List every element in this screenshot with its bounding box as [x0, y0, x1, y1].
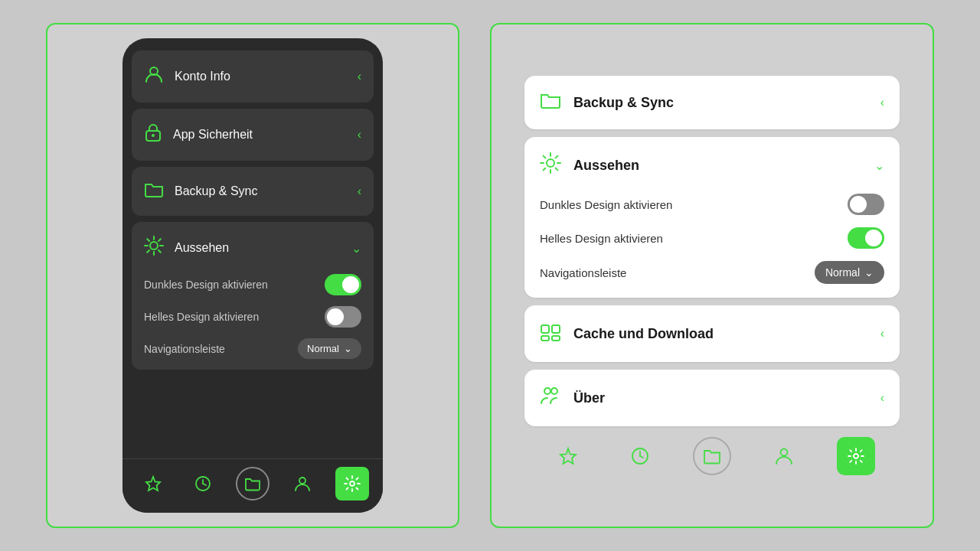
cache-download-left: Cache und Download: [540, 321, 714, 347]
cache-download-chevron: ‹: [880, 327, 884, 341]
bottom-nav-left: [122, 458, 383, 513]
svg-line-23: [544, 156, 546, 158]
phone-content: Konto Info ‹ App Sicherheit ‹: [122, 38, 383, 458]
dark-design-knob-right: [850, 196, 867, 213]
light-design-toggle-right[interactable]: [848, 227, 884, 249]
dark-design-toggle[interactable]: [325, 274, 361, 295]
nav-label-right: Navigationsleiste: [540, 266, 626, 279]
nav-dropdown-chevron-right: ⌄: [864, 266, 874, 279]
backup-sync-chevron-right: ‹: [880, 96, 884, 109]
svg-line-9: [158, 250, 161, 253]
nav-value-right: Normal: [825, 266, 860, 279]
right-panel: Backup & Sync ‹: [490, 23, 934, 528]
svg-line-36: [640, 456, 643, 458]
ueber-left: Über: [540, 385, 605, 411]
right-content: Backup & Sync ‹: [524, 76, 900, 475]
nav-row-right: Navigationsleiste Normal ⌄: [540, 261, 884, 284]
nav-star-right[interactable]: [549, 437, 587, 475]
svg-point-2: [152, 134, 155, 137]
light-design-row-right: Helles Design aktivieren: [540, 227, 884, 249]
svg-line-11: [147, 250, 149, 253]
sun-icon-right: [540, 152, 561, 178]
svg-line-24: [556, 168, 558, 171]
folder-icon-right: [540, 91, 561, 114]
svg-line-8: [147, 239, 149, 241]
backup-sync-left: Backup & Sync: [144, 181, 258, 202]
nav-dropdown-left[interactable]: Normal ⌄: [298, 338, 361, 359]
aussehen-header-right[interactable]: Aussehen ⌄: [524, 137, 900, 194]
backup-sync-label-right: Backup & Sync: [573, 95, 674, 111]
cache-download-label: Cache und Download: [573, 326, 714, 342]
nav-gear-right[interactable]: [837, 437, 875, 475]
aussehen-body-right: Dunkles Design aktivieren Helles Design …: [524, 194, 900, 298]
svg-point-18: [547, 159, 554, 167]
svg-point-31: [544, 388, 550, 394]
aussehen-label-right: Aussehen: [573, 158, 639, 174]
light-menu-list: Backup & Sync ‹: [524, 76, 900, 475]
light-design-knob: [327, 308, 344, 325]
svg-point-3: [150, 242, 158, 249]
nav-clock-right[interactable]: [621, 437, 659, 475]
app-sicherheit-left: App Sicherheit: [144, 122, 253, 147]
backup-sync-item-right[interactable]: Backup & Sync ‹: [524, 76, 900, 129]
konto-info-label: Konto Info: [175, 70, 230, 83]
konto-info-left: Konto Info: [144, 64, 230, 89]
nav-folder-right[interactable]: [693, 437, 731, 475]
ueber-chevron: ‹: [880, 391, 884, 405]
sun-icon-left: [144, 236, 164, 260]
backup-sync-chevron-left: ‹: [358, 184, 361, 198]
phone-frame: Konto Info ‹ App Sicherheit ‹: [122, 38, 383, 513]
cache-icon: [540, 321, 561, 347]
svg-point-17: [350, 481, 354, 486]
nav-row-left: Navigationsleiste Normal ⌄: [144, 338, 361, 359]
svg-point-16: [299, 478, 305, 484]
aussehen-section-right: Aussehen ⌄ Dunkles Design aktivieren Hel…: [524, 137, 900, 298]
backup-sync-label-left: Backup & Sync: [175, 184, 258, 198]
svg-rect-28: [552, 325, 560, 333]
cache-download-item[interactable]: Cache und Download ‹: [524, 305, 900, 362]
nav-dropdown-chevron-left: ⌄: [344, 343, 352, 354]
aussehen-chevron-right: ⌄: [874, 158, 884, 173]
dark-design-knob: [342, 276, 359, 293]
dark-design-label: Dunkles Design aktivieren: [144, 279, 268, 291]
light-design-label: Helles Design aktivieren: [144, 311, 259, 323]
dark-design-toggle-right[interactable]: [848, 194, 884, 215]
svg-rect-30: [552, 336, 560, 341]
nav-gear-left[interactable]: [335, 467, 369, 500]
nav-star-left[interactable]: [136, 467, 170, 500]
light-design-toggle[interactable]: [325, 306, 361, 328]
aussehen-body-left: Dunkles Design aktivieren Helles Design …: [132, 274, 374, 370]
aussehen-chevron-left: ⌄: [351, 241, 361, 256]
aussehen-section-left: Aussehen ⌄ Dunkles Design aktivieren Hel…: [132, 222, 374, 370]
app-sicherheit-label: App Sicherheit: [173, 128, 253, 142]
nav-folder-left[interactable]: [236, 467, 270, 500]
svg-point-32: [551, 388, 557, 394]
dark-design-row: Dunkles Design aktivieren: [144, 274, 361, 295]
backup-sync-item-left[interactable]: Backup & Sync ‹: [132, 167, 374, 216]
nav-person-left[interactable]: [286, 467, 319, 500]
svg-line-10: [158, 239, 161, 241]
light-design-knob-right: [865, 230, 882, 246]
svg-rect-29: [541, 336, 549, 341]
dark-design-row-right: Dunkles Design aktivieren: [540, 194, 884, 215]
konto-info-item[interactable]: Konto Info ‹: [132, 51, 374, 103]
backup-sync-right-left: Backup & Sync: [540, 91, 674, 114]
folder-icon-left: [144, 181, 164, 202]
nav-clock-left[interactable]: [186, 467, 220, 500]
svg-line-26: [544, 168, 546, 171]
svg-rect-27: [541, 325, 549, 333]
app-sicherheit-chevron: ‹: [358, 128, 361, 142]
ueber-item[interactable]: Über ‹: [524, 370, 900, 426]
aussehen-left: Aussehen: [144, 236, 229, 260]
lock-icon: [144, 122, 162, 147]
nav-person-right[interactable]: [765, 437, 803, 475]
ueber-label: Über: [573, 390, 605, 406]
aussehen-header-left[interactable]: Aussehen ⌄: [132, 222, 374, 274]
aussehen-label-left: Aussehen: [175, 241, 229, 255]
aussehen-right-left: Aussehen: [540, 152, 639, 178]
dark-design-label-right: Dunkles Design aktivieren: [540, 198, 672, 211]
app-sicherheit-item[interactable]: App Sicherheit ‹: [132, 109, 374, 161]
nav-dropdown-right[interactable]: Normal ⌄: [815, 261, 884, 284]
bottom-nav-right: [524, 437, 900, 475]
svg-line-25: [556, 156, 558, 158]
